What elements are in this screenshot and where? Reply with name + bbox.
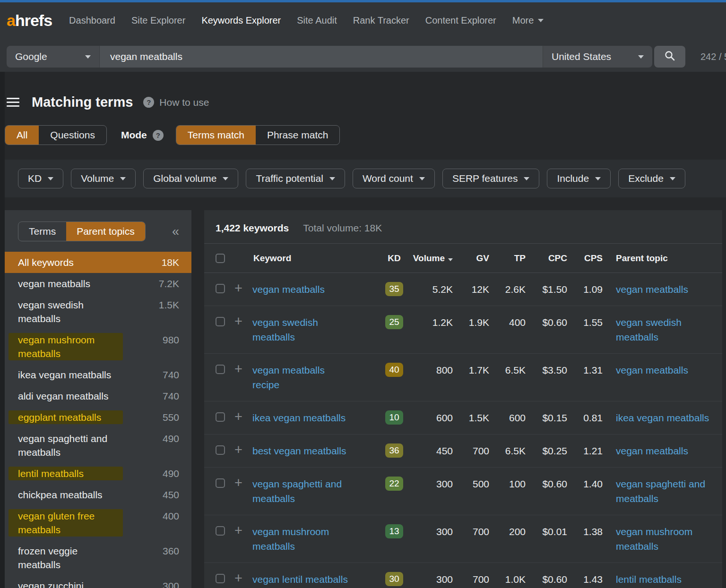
- column-cps[interactable]: CPS: [567, 251, 603, 265]
- column-keyword[interactable]: Keyword: [252, 253, 381, 264]
- keyword-link[interactable]: vegan meatballs: [252, 282, 325, 297]
- column-gv[interactable]: GV: [453, 251, 489, 265]
- scope-all-button[interactable]: All: [5, 126, 39, 145]
- tab-terms[interactable]: Terms: [18, 222, 66, 241]
- filter-button-label: Exclude: [628, 173, 664, 184]
- sidebar-item-all-keywords[interactable]: All keywords18K: [5, 252, 191, 273]
- row-checkbox[interactable]: [216, 365, 225, 374]
- nav-item-content-explorer[interactable]: Content Explorer: [425, 15, 496, 26]
- nav-item-dashboard[interactable]: Dashboard: [69, 15, 115, 26]
- add-keyword-button[interactable]: +: [234, 443, 252, 456]
- keyword-link[interactable]: vegan meatballs recipe: [252, 363, 349, 392]
- sidebar-item-lentil-meatballs[interactable]: lentil meatballs490: [5, 463, 191, 484]
- add-keyword-button[interactable]: +: [234, 363, 252, 375]
- total-volume: Total volume: 18K: [303, 222, 382, 234]
- sidebar-item-label: lentil meatballs: [9, 467, 123, 480]
- keyword-link[interactable]: vegan swedish meatballs: [252, 315, 349, 344]
- sidebar-item-frozen-veggie-meatballs[interactable]: frozen veggie meatballs360: [5, 540, 191, 575]
- mode-help-icon[interactable]: ?: [153, 130, 164, 141]
- parent-topic-link[interactable]: vegan meatballs: [616, 363, 688, 377]
- nav-item-site-explorer[interactable]: Site Explorer: [131, 15, 186, 26]
- row-checkbox[interactable]: [216, 317, 225, 326]
- sidebar-item-vegan-swedish-meatballs[interactable]: vegan swedish meatballs1.5K: [5, 294, 191, 329]
- gv-cell: 1.9K: [453, 315, 489, 330]
- sidebar-item-ikea-vegan-meatballs[interactable]: ikea vegan meatballs740: [5, 364, 191, 385]
- row-checkbox[interactable]: [216, 526, 225, 536]
- country-select[interactable]: United States: [543, 46, 652, 68]
- keyword-link[interactable]: vegan mushroom meatballs: [252, 524, 349, 554]
- add-keyword-button[interactable]: +: [234, 524, 252, 537]
- sidebar-item-chickpea-meatballs[interactable]: chickpea meatballs450: [5, 484, 191, 505]
- keyword-link[interactable]: vegan spaghetti and meatballs: [252, 477, 349, 506]
- parent-topic-link[interactable]: vegan meatballs: [616, 282, 688, 297]
- sidebar-item-aldi-vegan-meatballs[interactable]: aldi vegan meatballs740: [5, 385, 191, 407]
- filter-button-kd[interactable]: KD: [18, 169, 63, 188]
- sidebar-item-label: vegan mushroom meatballs: [9, 333, 123, 360]
- sidebar-item-eggplant-meatballs[interactable]: eggplant meatballs550: [5, 407, 191, 428]
- collapse-sidebar-icon[interactable]: «: [172, 225, 179, 238]
- keyword-link[interactable]: best vegan meatballs: [252, 443, 346, 458]
- row-checkbox[interactable]: [216, 445, 225, 455]
- filter-button-global-volume[interactable]: Global volume: [143, 169, 238, 188]
- column-parent-topic[interactable]: Parent topic: [603, 253, 722, 264]
- how-to-use-link[interactable]: How to use: [159, 97, 209, 108]
- add-keyword-button[interactable]: +: [234, 315, 252, 327]
- sidebar-item-label: All keywords: [9, 256, 123, 269]
- row-checkbox[interactable]: [216, 574, 225, 583]
- select-all-checkbox[interactable]: [216, 254, 225, 263]
- filter-button-serp-features[interactable]: SERP features: [442, 169, 540, 188]
- gv-cell: 700: [453, 572, 489, 587]
- row-checkbox[interactable]: [216, 284, 225, 293]
- filter-button-word-count[interactable]: Word count: [353, 169, 435, 188]
- filter-button-traffic-potential[interactable]: Traffic potential: [246, 169, 345, 188]
- column-kd[interactable]: KD: [381, 253, 407, 264]
- parent-topic-link[interactable]: lentil meatballs: [616, 572, 682, 587]
- filter-button-include[interactable]: Include: [547, 169, 611, 188]
- sidebar-item-vegan-mushroom-meatballs[interactable]: vegan mushroom meatballs980: [5, 329, 191, 364]
- row-checkbox[interactable]: [216, 412, 225, 422]
- keyword-link[interactable]: vegan lentil meatballs: [252, 572, 348, 587]
- parent-topic-link[interactable]: ikea vegan meatballs: [616, 410, 709, 425]
- sidebar-item-volume: 7.2K: [123, 277, 179, 290]
- search-button[interactable]: [654, 46, 685, 68]
- add-keyword-button[interactable]: +: [234, 282, 252, 294]
- sidebar-tab-group: Terms Parent topics: [18, 222, 146, 241]
- filter-button-exclude[interactable]: Exclude: [618, 169, 685, 188]
- row-checkbox[interactable]: [216, 478, 225, 488]
- nav-items: DashboardSite ExplorerKeywords ExplorerS…: [69, 15, 560, 26]
- search-engine-select[interactable]: Google: [7, 46, 99, 68]
- cpc-cell: $0.60: [526, 572, 567, 587]
- parent-topic-link[interactable]: vegan spaghetti and meatballs: [616, 477, 710, 506]
- help-icon[interactable]: ?: [143, 97, 154, 108]
- parent-topic-link[interactable]: vegan swedish meatballs: [616, 315, 710, 344]
- tab-parent-topics[interactable]: Parent topics: [66, 222, 145, 241]
- keyword-query-input[interactable]: vegan meatballs: [99, 46, 543, 68]
- nav-item-more[interactable]: More: [512, 15, 544, 26]
- phrase-match-button[interactable]: Phrase match: [256, 126, 340, 145]
- parent-topic-link[interactable]: vegan mushroom meatballs: [616, 524, 710, 554]
- nav-item-keywords-explorer[interactable]: Keywords Explorer: [201, 15, 281, 26]
- scope-questions-button[interactable]: Questions: [39, 126, 106, 145]
- column-tp[interactable]: TP: [489, 251, 526, 265]
- ahrefs-logo[interactable]: ahrefs: [7, 11, 52, 30]
- nav-item-rank-tracker[interactable]: Rank Tracker: [353, 15, 409, 26]
- menu-icon[interactable]: [7, 95, 19, 109]
- sidebar-item-vegan-zucchini-meatballs[interactable]: vegan zucchini meatballs300: [5, 575, 191, 588]
- keyword-link[interactable]: ikea vegan meatballs: [252, 410, 346, 425]
- add-keyword-button[interactable]: +: [234, 477, 252, 489]
- cps-cell: 1.09: [567, 282, 603, 297]
- kd-cell: 25: [381, 315, 407, 329]
- sidebar-item-vegan-meatballs[interactable]: vegan meatballs7.2K: [5, 273, 191, 294]
- sidebar-item-volume: 550: [123, 410, 179, 424]
- add-keyword-button[interactable]: +: [234, 410, 252, 423]
- sidebar-item-vegan-spaghetti-and-meatballs[interactable]: vegan spaghetti and meatballs490: [5, 428, 191, 463]
- parent-topic-link[interactable]: vegan meatballs: [616, 443, 688, 458]
- add-keyword-button[interactable]: +: [234, 572, 252, 584]
- nav-item-site-audit[interactable]: Site Audit: [297, 15, 337, 26]
- cps-cell: 1.40: [567, 477, 603, 491]
- filter-button-volume[interactable]: Volume: [71, 169, 136, 188]
- sidebar-item-vegan-gluten-free-meatballs[interactable]: vegan gluten free meatballs400: [5, 505, 191, 540]
- column-volume[interactable]: Volume: [407, 251, 453, 265]
- terms-match-button[interactable]: Terms match: [176, 126, 256, 145]
- column-cpc[interactable]: CPC: [526, 251, 567, 265]
